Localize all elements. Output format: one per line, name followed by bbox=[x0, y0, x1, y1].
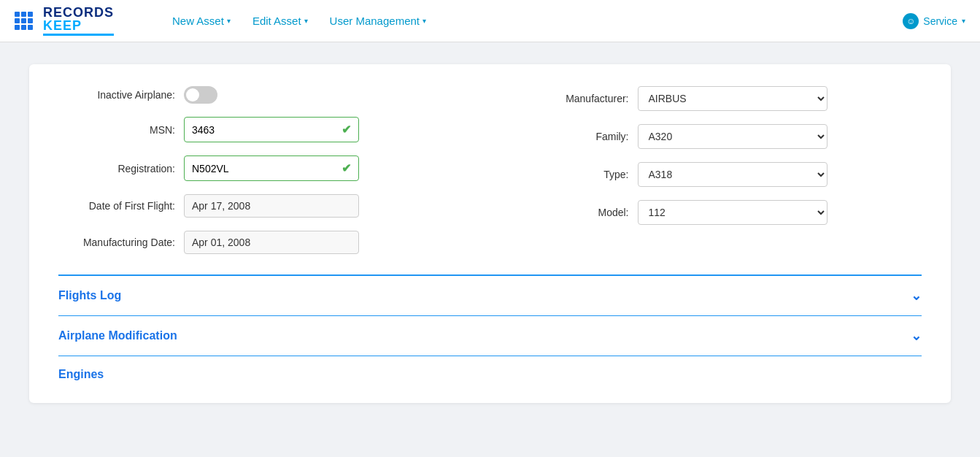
asset-form-grid: Inactive Airplane: MSN: ✔ Reg bbox=[58, 86, 922, 254]
inactive-airplane-label: Inactive Airplane: bbox=[58, 89, 175, 101]
logo-bottom: KEEP bbox=[43, 19, 114, 36]
apps-icon[interactable] bbox=[15, 12, 33, 30]
inactive-airplane-toggle[interactable] bbox=[184, 86, 217, 104]
manufacturing-date-input[interactable] bbox=[184, 231, 359, 254]
nav-user-management-chevron: ▾ bbox=[423, 17, 426, 25]
model-row: Model: 112 111 122 132 bbox=[512, 200, 922, 225]
date-first-flight-label: Date of First Flight: bbox=[58, 200, 175, 212]
manufacturer-row: Manufacturer: AIRBUS BOEING EMBRAER BOMB… bbox=[512, 86, 922, 111]
airplane-modification-header[interactable]: Airplane Modification ⌄ bbox=[58, 328, 922, 344]
form-left: Inactive Airplane: MSN: ✔ Reg bbox=[58, 86, 468, 254]
model-select[interactable]: 112 111 122 132 bbox=[638, 200, 827, 225]
flights-log-section: Flights Log ⌄ bbox=[58, 275, 922, 315]
family-select[interactable]: A320 A330 A380 A220 bbox=[638, 124, 827, 149]
main-nav: New Asset ▾ Edit Asset ▾ User Management… bbox=[172, 15, 426, 27]
header: RECORDS KEEP New Asset ▾ Edit Asset ▾ Us… bbox=[0, 0, 980, 42]
airplane-modification-chevron-icon: ⌄ bbox=[911, 328, 922, 344]
nav-edit-asset[interactable]: Edit Asset ▾ bbox=[252, 15, 308, 27]
manufacturing-date-label: Manufacturing Date: bbox=[58, 237, 175, 248]
main-content: Inactive Airplane: MSN: ✔ Reg bbox=[0, 42, 980, 425]
service-chevron: ▾ bbox=[962, 17, 965, 25]
engines-header[interactable]: Engines bbox=[58, 368, 922, 381]
asset-form-card: Inactive Airplane: MSN: ✔ Reg bbox=[29, 64, 951, 403]
msn-row: MSN: ✔ bbox=[58, 117, 468, 142]
model-label: Model: bbox=[512, 207, 629, 218]
engines-title: Engines bbox=[58, 368, 104, 381]
user-avatar-icon: ☺ bbox=[903, 13, 919, 29]
nav-user-management-label: User Management bbox=[330, 15, 420, 27]
logo-top: RECORDS bbox=[43, 6, 114, 19]
nav-new-asset-chevron: ▾ bbox=[227, 17, 231, 25]
nav-edit-asset-label: Edit Asset bbox=[252, 15, 301, 27]
nav-new-asset[interactable]: New Asset ▾ bbox=[172, 15, 231, 27]
toggle-slider bbox=[184, 86, 217, 104]
flights-log-header[interactable]: Flights Log ⌄ bbox=[58, 288, 922, 304]
registration-input-wrapper: ✔ bbox=[184, 155, 359, 181]
manufacturer-select[interactable]: AIRBUS BOEING EMBRAER BOMBARDIER bbox=[638, 86, 827, 111]
form-right: Manufacturer: AIRBUS BOEING EMBRAER BOMB… bbox=[512, 86, 922, 254]
logo: RECORDS KEEP bbox=[43, 6, 114, 36]
inactive-airplane-row: Inactive Airplane: bbox=[58, 86, 468, 104]
msn-input[interactable] bbox=[192, 124, 342, 136]
flights-log-chevron-icon: ⌄ bbox=[911, 288, 922, 304]
engines-section: Engines bbox=[58, 356, 922, 381]
registration-row: Registration: ✔ bbox=[58, 155, 468, 181]
registration-input[interactable] bbox=[192, 163, 342, 174]
nav-edit-asset-chevron: ▾ bbox=[304, 17, 308, 25]
airplane-modification-title: Airplane Modification bbox=[58, 329, 177, 342]
family-label: Family: bbox=[512, 131, 629, 142]
nav-user-management[interactable]: User Management ▾ bbox=[330, 15, 426, 27]
family-row: Family: A320 A330 A380 A220 bbox=[512, 124, 922, 149]
flights-log-title: Flights Log bbox=[58, 289, 121, 302]
type-select[interactable]: A318 A319 A320 A321 bbox=[638, 162, 827, 187]
service-label: Service bbox=[923, 15, 957, 27]
type-label: Type: bbox=[512, 169, 629, 180]
type-row: Type: A318 A319 A320 A321 bbox=[512, 162, 922, 187]
registration-checkmark: ✔ bbox=[342, 161, 351, 175]
user-menu[interactable]: ☺ Service ▾ bbox=[903, 13, 965, 29]
nav-new-asset-label: New Asset bbox=[172, 15, 224, 27]
date-first-flight-row: Date of First Flight: bbox=[58, 194, 468, 218]
date-first-flight-input[interactable] bbox=[184, 194, 359, 218]
registration-label: Registration: bbox=[58, 163, 175, 174]
manufacturing-date-row: Manufacturing Date: bbox=[58, 231, 468, 254]
header-left: RECORDS KEEP bbox=[15, 6, 114, 36]
msn-input-wrapper: ✔ bbox=[184, 117, 359, 142]
msn-label: MSN: bbox=[58, 124, 175, 136]
manufacturer-label: Manufacturer: bbox=[512, 93, 629, 104]
msn-checkmark: ✔ bbox=[342, 123, 351, 137]
airplane-modification-section: Airplane Modification ⌄ bbox=[58, 315, 922, 356]
